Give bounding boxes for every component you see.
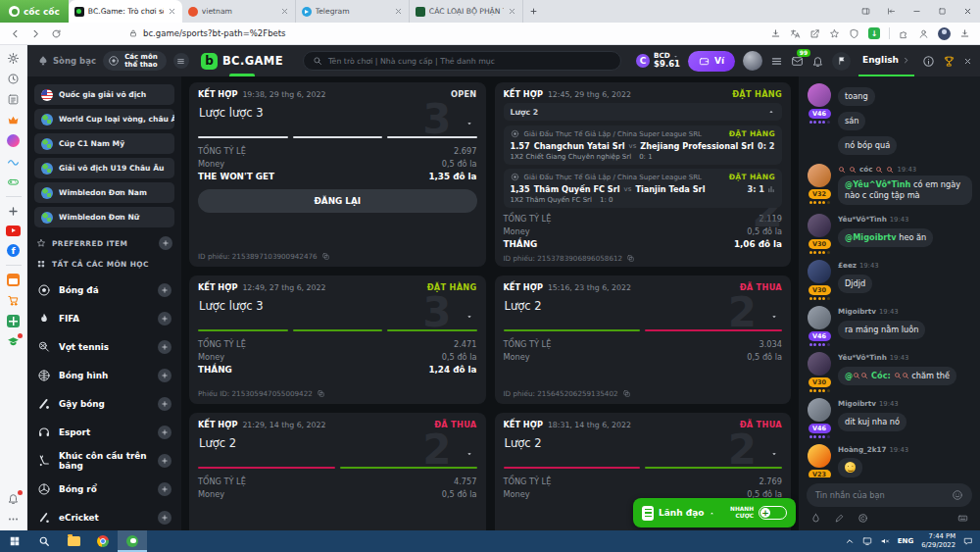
- sidebar-league-item[interactable]: Wimbledon Đơn Nam: [34, 182, 174, 203]
- wallet-button[interactable]: Ví: [688, 51, 735, 72]
- browser-tab[interactable]: BC.Game: Trò chơi sòng bạc: [69, 0, 182, 23]
- chat-close-button[interactable]: [963, 57, 972, 66]
- gear-icon[interactable]: [7, 52, 20, 65]
- download-manager-icon[interactable]: [868, 27, 880, 39]
- copy-icon[interactable]: [626, 254, 635, 263]
- reopen-tab-button[interactable]: [878, 0, 904, 23]
- chat-room-button[interactable]: [832, 52, 851, 71]
- taskbar-search[interactable]: [29, 530, 59, 552]
- forward-button[interactable]: [30, 28, 41, 39]
- sidebar-sport-item[interactable]: Vợt tennis: [34, 332, 174, 361]
- browser-tab[interactable]: CÁC LOẠI BỘ PHẬN THỂ TH: [410, 0, 523, 23]
- sidebar-sport-item[interactable]: Bóng đá: [34, 276, 174, 304]
- quick-bet-toggle[interactable]: +: [759, 506, 787, 520]
- bet-slip-toggle[interactable]: Lược 2: [504, 103, 783, 121]
- taskbar-chrome[interactable]: [88, 530, 118, 552]
- preferred-row[interactable]: PREFERRED ITEM: [36, 236, 172, 250]
- mention[interactable]: @Migoibrtv: [845, 232, 897, 242]
- leaderboard-button[interactable]: Lãnh đạo NHANH CƯỢC +: [633, 498, 796, 527]
- sidebar-sport-item[interactable]: FIFA: [34, 304, 174, 332]
- chat-info-button[interactable]: [922, 55, 935, 68]
- stats-icon[interactable]: [767, 185, 775, 193]
- match-row[interactable]: Giải Đấu Thực Tế Giả Lập / China Super L…: [504, 125, 783, 165]
- coin-button[interactable]: [858, 513, 868, 524]
- search-bar[interactable]: Tên trò chơi | Nhà cung cấp | Thẻ danh m…: [303, 51, 621, 71]
- copy-icon[interactable]: [321, 252, 330, 261]
- browser-brand[interactable]: cốc cốc: [0, 0, 69, 23]
- messenger-icon[interactable]: [7, 134, 20, 147]
- tab-close-icon[interactable]: [280, 7, 289, 16]
- all-sports-row[interactable]: TẤT CẢ CÁC MÔN HỌC: [36, 259, 172, 269]
- taskbar-explorer[interactable]: [59, 530, 88, 552]
- gif-button[interactable]: [957, 513, 968, 524]
- chat-input[interactable]: Tin nhắn của bạn: [807, 483, 972, 507]
- expand-plus-button[interactable]: [158, 482, 172, 496]
- minimize-button[interactable]: [904, 0, 929, 23]
- rules-button[interactable]: [834, 513, 845, 524]
- sports-tab[interactable]: Các môn thể thao: [103, 51, 167, 72]
- bell-icon[interactable]: [7, 492, 20, 505]
- expand-plus-button[interactable]: [158, 397, 172, 411]
- taskbar-coccoc[interactable]: [118, 530, 147, 552]
- maximize-button[interactable]: [929, 0, 955, 23]
- network-icon[interactable]: [862, 536, 872, 546]
- caret-up-icon[interactable]: [767, 108, 775, 116]
- sidebar-league-item[interactable]: Wimbledon Đơn Nữ: [34, 207, 174, 227]
- sheets-icon[interactable]: [7, 315, 20, 327]
- tab-close-icon[interactable]: [394, 7, 403, 16]
- sidebar-sport-item[interactable]: Bóng rổ: [34, 475, 174, 503]
- cart-icon[interactable]: [7, 294, 20, 307]
- taskbar-start[interactable]: [0, 530, 29, 552]
- expand-caret[interactable]: [770, 313, 778, 321]
- cap-icon[interactable]: [7, 335, 20, 348]
- keyboard-lang[interactable]: ENG: [898, 537, 913, 545]
- chat-language-tab[interactable]: English: [858, 45, 914, 76]
- sidebar-sport-item[interactable]: Esport: [34, 418, 174, 446]
- tab-close-icon[interactable]: [168, 7, 176, 16]
- match-row[interactable]: Giải Đấu Thực Tế Giả Lập / China Super L…: [504, 169, 783, 208]
- feed-icon[interactable]: [7, 93, 20, 106]
- shield-icon[interactable]: [849, 28, 859, 39]
- mention[interactable]: @ Cóc:: [845, 371, 909, 380]
- share-icon[interactable]: [809, 28, 820, 39]
- user-menu-button[interactable]: [770, 55, 783, 68]
- currency-selector[interactable]: C BCD $9.61: [636, 52, 680, 70]
- download-icon[interactable]: [959, 28, 970, 39]
- back-button[interactable]: [10, 28, 21, 39]
- plus-icon[interactable]: [7, 205, 20, 218]
- add-preferred-button[interactable]: [159, 236, 172, 250]
- wave-icon[interactable]: [7, 155, 20, 168]
- expand-plus-button[interactable]: [158, 454, 172, 468]
- volume-icon[interactable]: [880, 536, 890, 546]
- expand-plus-button[interactable]: [158, 312, 172, 326]
- expand-plus-button[interactable]: [158, 340, 172, 354]
- translate-icon[interactable]: [790, 28, 801, 39]
- expand-caret[interactable]: [770, 450, 778, 458]
- close-window-button[interactable]: [955, 0, 980, 23]
- sidebar-sport-item[interactable]: Gậy bóng: [34, 389, 174, 418]
- contest-button[interactable]: [943, 55, 956, 68]
- expand-caret[interactable]: [466, 120, 473, 127]
- browser-tab[interactable]: Telegram: [296, 0, 410, 23]
- reload-button[interactable]: [51, 28, 62, 39]
- emoji-button[interactable]: [952, 489, 963, 501]
- expand-plus-button[interactable]: [158, 511, 172, 525]
- copy-icon[interactable]: [317, 389, 325, 398]
- person-icon[interactable]: [918, 28, 929, 39]
- expand-plus-button[interactable]: [158, 283, 172, 297]
- copy-icon[interactable]: [622, 389, 631, 398]
- new-tab-button[interactable]: [523, 0, 545, 23]
- sidebar-league-item[interactable]: Quốc gia giải vô địch: [34, 84, 174, 105]
- action-center-icon[interactable]: [963, 536, 973, 546]
- sidebar-sport-item[interactable]: Khúc côn cầu trên băng: [34, 446, 174, 475]
- save-icon[interactable]: [770, 28, 781, 39]
- star-icon[interactable]: [829, 28, 840, 39]
- expand-plus-button[interactable]: [158, 426, 172, 439]
- rain-button[interactable]: [810, 513, 821, 524]
- user-avatar[interactable]: [743, 51, 762, 71]
- tab-search-button[interactable]: [853, 0, 878, 23]
- casino-tab[interactable]: Sòng bạc: [37, 55, 96, 67]
- browser-tab[interactable]: vietnam: [182, 0, 296, 23]
- expand-caret[interactable]: [466, 313, 473, 321]
- history-icon[interactable]: [7, 73, 20, 85]
